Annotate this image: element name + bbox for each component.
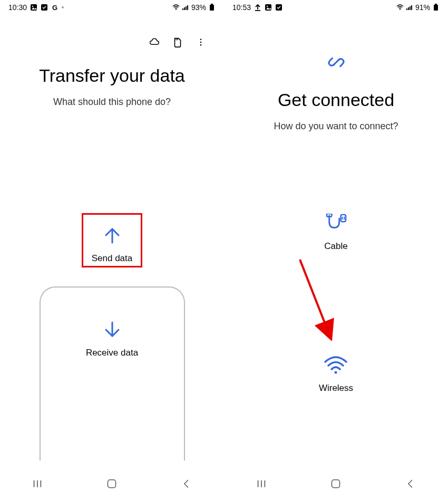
nav-bar [224, 470, 448, 498]
right-screen: 10:53 91% [224, 0, 448, 498]
nav-bar [0, 470, 224, 498]
wifi-large-icon [323, 355, 348, 378]
image-icon [265, 4, 272, 11]
wireless-option[interactable]: Wireless [319, 355, 353, 394]
content-left: Transfer your data What should this phon… [0, 15, 224, 470]
top-icons [148, 36, 207, 49]
arrow-down-icon [102, 319, 123, 342]
signal-icon [182, 4, 189, 11]
status-right: 91% [396, 3, 440, 12]
page-heading: Transfer your data [39, 65, 185, 86]
home-button[interactable] [323, 476, 349, 492]
svg-rect-27 [406, 8, 407, 10]
svg-point-14 [200, 44, 202, 46]
svg-rect-8 [210, 5, 214, 11]
svg-rect-28 [408, 7, 409, 10]
svg-rect-32 [435, 4, 437, 5]
send-label: Send data [92, 253, 133, 264]
link-icon [326, 52, 347, 73]
back-button[interactable] [397, 476, 424, 492]
back-button[interactable] [173, 476, 200, 492]
battery-icon [208, 4, 216, 11]
svg-rect-4 [182, 8, 183, 10]
battery-text: 91% [415, 3, 430, 12]
cable-option[interactable]: Cable [324, 214, 348, 252]
svg-rect-7 [187, 5, 188, 10]
home-button[interactable] [99, 476, 125, 492]
svg-rect-31 [434, 5, 438, 11]
signal-icon [406, 4, 413, 11]
svg-rect-35 [340, 215, 346, 222]
svg-rect-5 [184, 7, 185, 10]
cable-label: Cable [324, 241, 347, 252]
status-time: 10:30 [8, 3, 27, 12]
receive-label: Receive data [86, 348, 138, 358]
recents-button[interactable] [248, 476, 275, 492]
recents-button[interactable] [24, 476, 51, 492]
status-right: 93% [172, 3, 216, 12]
battery-text: 93% [191, 3, 206, 12]
status-left: 10:53 [232, 3, 283, 12]
more-icon[interactable] [194, 36, 207, 49]
svg-rect-30 [411, 5, 412, 10]
dot-icon [62, 6, 64, 8]
svg-line-33 [333, 59, 339, 65]
wifi-icon [396, 4, 404, 11]
svg-point-38 [335, 371, 337, 374]
google-icon: G [51, 4, 59, 11]
image-icon [30, 4, 37, 11]
status-bar: 10:53 91% [224, 0, 448, 15]
send-data-option[interactable]: Send data [82, 213, 142, 267]
cable-icon [324, 214, 348, 236]
cloud-icon[interactable] [148, 36, 161, 49]
page-subheading: How do you want to connect? [274, 121, 398, 132]
wireless-label: Wireless [319, 383, 353, 394]
svg-rect-6 [186, 6, 187, 10]
svg-rect-29 [410, 6, 411, 10]
svg-point-1 [32, 6, 33, 7]
svg-point-26 [400, 9, 401, 10]
left-screen: 10:30 G 93% [0, 0, 224, 498]
svg-point-3 [176, 9, 177, 10]
receive-data-option[interactable]: Receive data [40, 286, 185, 461]
check-icon [275, 4, 283, 11]
svg-point-24 [267, 6, 268, 7]
svg-rect-20 [108, 480, 116, 488]
svg-point-12 [200, 39, 202, 40]
svg-rect-23 [265, 4, 271, 11]
wifi-icon [172, 4, 180, 11]
page-subheading: What should this phone do? [53, 97, 171, 108]
svg-rect-42 [332, 480, 340, 488]
upload-icon [254, 4, 261, 11]
status-time: 10:53 [232, 3, 251, 12]
battery-icon [432, 4, 440, 11]
check-icon [41, 4, 48, 11]
page-heading: Get connected [278, 90, 394, 110]
status-bar: 10:30 G 93% [0, 0, 224, 15]
storage-icon[interactable] [171, 36, 184, 49]
svg-rect-9 [211, 4, 213, 5]
status-left: 10:30 G [8, 3, 64, 12]
svg-rect-0 [31, 4, 37, 11]
content-right: Get connected How do you want to connect… [224, 15, 448, 470]
arrow-up-icon [102, 225, 123, 248]
svg-point-13 [200, 42, 202, 43]
